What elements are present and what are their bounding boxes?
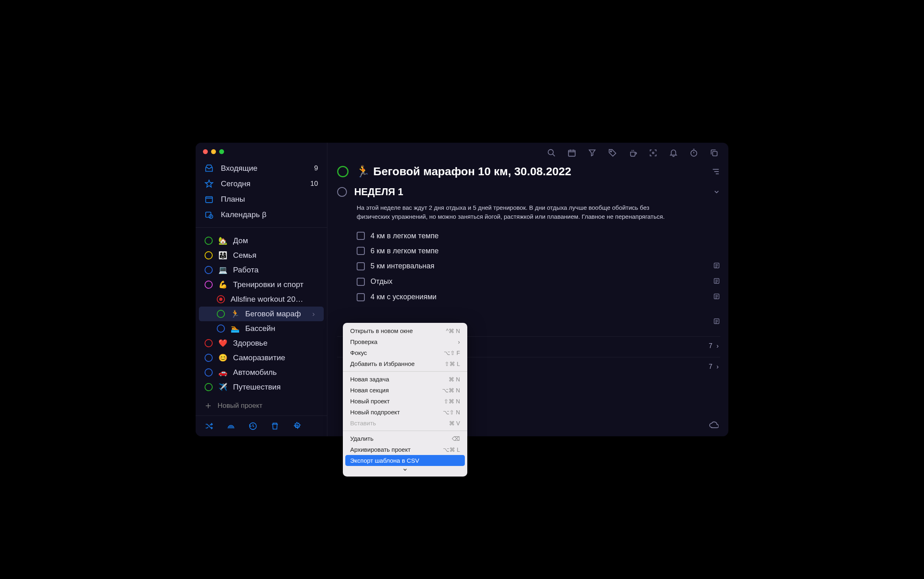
- star-icon: [205, 179, 214, 188]
- project-label: Тренировки и спорт: [233, 280, 303, 289]
- settings-icon[interactable]: [292, 422, 301, 431]
- task-checkbox[interactable]: [357, 247, 365, 255]
- title-text: Беговой марафон 10 км, 30.08.2022: [373, 165, 571, 178]
- coffee-icon[interactable]: [628, 148, 637, 157]
- task-row[interactable]: 4 км с ускорениями: [337, 290, 720, 305]
- rainbow-icon[interactable]: [227, 422, 235, 431]
- menu-more-icon[interactable]: [343, 466, 467, 474]
- context-menu-item[interactable]: Экспорт шаблона в CSV: [345, 455, 465, 466]
- project-label: Семья: [233, 251, 257, 260]
- shuffle-icon[interactable]: [205, 422, 214, 431]
- section-status-circle[interactable]: [337, 187, 347, 197]
- timer-icon[interactable]: [689, 148, 698, 157]
- search-icon[interactable]: [547, 148, 556, 157]
- chevron-right-icon[interactable]: ›: [312, 309, 315, 318]
- project-emoji: 💪: [218, 280, 227, 289]
- task-label: 4 км с ускорениями: [370, 293, 707, 301]
- menu-divider: [343, 371, 467, 372]
- nav-inbox[interactable]: Входящие 9: [196, 161, 327, 176]
- section-count: 7: [709, 342, 713, 350]
- svg-point-6: [610, 151, 612, 152]
- trash-icon[interactable]: [270, 422, 279, 431]
- sidebar-project-item[interactable]: 👨‍👩‍👧Семья: [196, 248, 327, 263]
- nav-calendar[interactable]: Календарь β: [196, 207, 327, 222]
- context-menu-item[interactable]: Фокус⌥⇧ F: [343, 347, 467, 358]
- task-row[interactable]: 5 км интервальная: [337, 259, 720, 274]
- menu-shortcut: ⌥⌘ L: [443, 446, 460, 453]
- sidebar-project-item[interactable]: 🏃Беговой мараф›: [199, 307, 324, 321]
- sidebar-project-item[interactable]: Allsfine workout 2022: [196, 292, 327, 307]
- chevron-down-icon[interactable]: [713, 188, 720, 196]
- menu-shortcut: ⌥⇧ N: [443, 409, 460, 416]
- context-menu: Открыть в новом окне^⌘ NПроверка›Фокус⌥⇧…: [343, 323, 467, 477]
- section-header[interactable]: НЕДЕЛЯ 1: [337, 186, 720, 198]
- project-emoji: 🏊: [231, 324, 240, 333]
- nav-today[interactable]: Сегодня 10: [196, 176, 327, 192]
- context-menu-item[interactable]: Новая задача⌘ N: [343, 374, 467, 385]
- sidebar-project-item[interactable]: 🏊Бассейн: [196, 321, 327, 336]
- sidebar-project-item[interactable]: 🚗Автомобиль: [196, 365, 327, 380]
- menu-label: Добавить в Избранное: [350, 360, 415, 367]
- task-checkbox[interactable]: [357, 293, 365, 301]
- task-checkbox[interactable]: [357, 232, 365, 240]
- chevron-right-icon: ›: [458, 338, 460, 345]
- context-menu-item[interactable]: Новая секция⌥⌘ N: [343, 385, 467, 396]
- cloud-icon[interactable]: [709, 420, 719, 430]
- menu-label: Фокус: [350, 349, 367, 356]
- project-color-circle: [205, 237, 213, 245]
- sidebar-project-item[interactable]: ✈️Путешествия: [196, 380, 327, 394]
- project-status-circle[interactable]: [337, 166, 349, 177]
- task-row[interactable]: 6 км в легком темпе: [337, 244, 720, 259]
- note-icon[interactable]: [713, 277, 720, 286]
- note-icon[interactable]: [713, 262, 720, 271]
- note-icon[interactable]: [713, 293, 720, 302]
- section-title: НЕДЕЛЯ 1: [354, 186, 706, 198]
- note-icon[interactable]: [713, 318, 720, 327]
- maximize-window-button[interactable]: [219, 149, 224, 154]
- minimize-window-button[interactable]: [211, 149, 216, 154]
- task-checkbox[interactable]: [357, 262, 365, 270]
- history-icon[interactable]: [248, 422, 257, 431]
- nav-label: Входящие: [221, 164, 257, 173]
- new-project-button[interactable]: Новый проект: [196, 396, 327, 416]
- sidebar-project-item[interactable]: ❤️Здоровье: [196, 336, 327, 350]
- project-color-circle: [205, 383, 213, 391]
- task-label: 5 км интервальная: [370, 262, 707, 270]
- calendar-icon[interactable]: [567, 148, 576, 157]
- task-row[interactable]: 4 км в легком темпе: [337, 229, 720, 244]
- sidebar-project-item[interactable]: 💻Работа: [196, 263, 327, 277]
- task-row[interactable]: Отдых: [337, 274, 720, 290]
- filter-icon[interactable]: [588, 148, 597, 157]
- context-menu-item[interactable]: Новый проект⇧⌘ N: [343, 396, 467, 407]
- context-menu-item[interactable]: Удалить⌫: [343, 433, 467, 444]
- nav-label: Сегодня: [221, 179, 251, 188]
- project-label: Работа: [233, 266, 259, 274]
- sidebar-project-item[interactable]: 💪Тренировки и спорт: [196, 277, 327, 292]
- close-window-button[interactable]: [203, 149, 208, 154]
- context-menu-item[interactable]: Архивировать проект⌥⌘ L: [343, 444, 467, 455]
- context-menu-item[interactable]: Открыть в новом окне^⌘ N: [343, 325, 467, 336]
- project-label: Дом: [233, 236, 248, 245]
- context-menu-item[interactable]: Проверка›: [343, 336, 467, 347]
- context-menu-item[interactable]: Добавить в Избранное⇧⌘ L: [343, 358, 467, 369]
- menu-label: Экспорт шаблона в CSV: [350, 457, 419, 464]
- copy-icon[interactable]: [710, 148, 719, 157]
- bell-icon[interactable]: [669, 148, 678, 157]
- sidebar-project-item[interactable]: 🏡Дом: [196, 233, 327, 248]
- context-menu-item[interactable]: Новый подпроект⌥⇧ N: [343, 407, 467, 418]
- nav-list: Входящие 9 Сегодня 10 Планы Календарь β: [196, 159, 327, 224]
- nav-plans[interactable]: Планы: [196, 192, 327, 207]
- project-label: Путешествия: [233, 383, 281, 392]
- project-color-circle: [205, 339, 213, 347]
- menu-icon[interactable]: [711, 167, 720, 176]
- focus-icon[interactable]: [649, 148, 658, 157]
- sidebar-project-item[interactable]: 😊Саморазвитие: [196, 350, 327, 365]
- context-menu-item: Вставить⌘ V: [343, 418, 467, 429]
- project-color-circle: [217, 310, 225, 318]
- project-emoji: 💻: [218, 266, 227, 274]
- task-checkbox[interactable]: [357, 278, 365, 286]
- chevron-right-icon[interactable]: ›: [717, 342, 719, 350]
- tag-icon[interactable]: [608, 148, 617, 157]
- chevron-right-icon[interactable]: ›: [717, 363, 719, 370]
- svg-rect-9: [713, 151, 717, 156]
